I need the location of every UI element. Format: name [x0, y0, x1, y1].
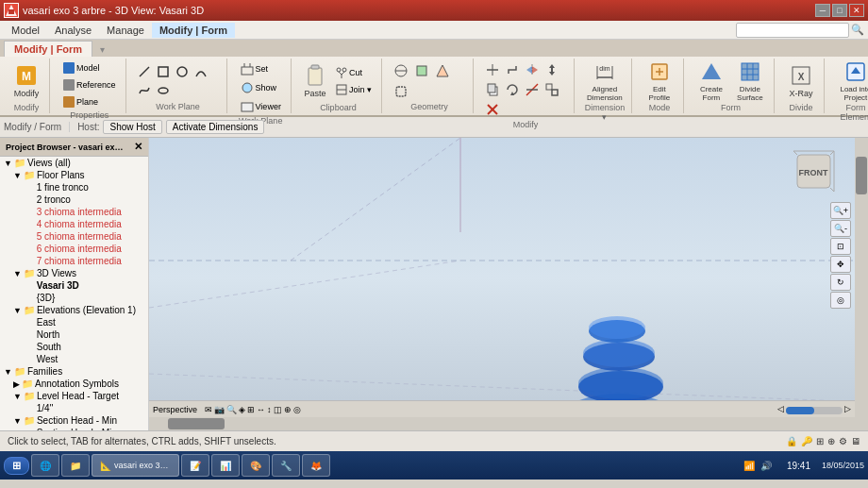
vp-icon-5[interactable]: ⊞: [247, 405, 255, 414]
taskbar-app7[interactable]: 🔧: [272, 454, 300, 477]
menu-manage[interactable]: Manage: [99, 23, 152, 38]
vp-icon-4[interactable]: ◈: [239, 405, 245, 414]
close-button[interactable]: ✕: [849, 4, 864, 17]
taskbar-excel[interactable]: 📊: [211, 454, 240, 477]
taskbar-notepad[interactable]: 📝: [181, 454, 209, 477]
tree-item[interactable]: ▶ 3 chioma intermedia: [0, 206, 148, 218]
ribbon-button-viewer[interactable]: Viewer: [237, 98, 285, 115]
tree-item[interactable]: ▶ East: [0, 316, 148, 328]
viewport-scrollbar-bottom[interactable]: [149, 417, 855, 430]
navcube[interactable]: FRONT: [788, 145, 840, 197]
vp-slider[interactable]: [786, 407, 843, 414]
ribbon-tab-options[interactable]: ▾: [94, 42, 110, 57]
start-button[interactable]: ⊞: [4, 457, 29, 475]
draw-tool-arc[interactable]: [192, 63, 209, 80]
tree-item[interactable]: ▼📁Floor Plans: [0, 169, 148, 181]
tree-item[interactable]: ▶ Section Head - Min: [0, 427, 148, 430]
mod-btn-rotate[interactable]: [503, 80, 522, 99]
draw-tool-rect[interactable]: [155, 63, 172, 80]
scrollbar-thumb-bottom[interactable]: [168, 418, 225, 429]
status-icon-settings[interactable]: ⚙: [839, 436, 847, 446]
vp-icon-8[interactable]: ◫: [274, 405, 282, 414]
tree-item[interactable]: ▶📁Annotation Symbols: [0, 378, 148, 390]
tree-item[interactable]: ▼📁Level Head - Target: [0, 390, 148, 402]
ribbon-button-model[interactable]: Model: [59, 60, 120, 76]
tree-item[interactable]: ▶ 5 chioma intermedia: [0, 230, 148, 243]
viewport-scrollbar-right[interactable]: [855, 138, 868, 430]
mod-btn-move[interactable]: [542, 60, 561, 79]
draw-tool-ellipse[interactable]: [155, 82, 172, 99]
tree-item[interactable]: ▼📁Elevations (Elevation 1): [0, 304, 148, 316]
maximize-button[interactable]: □: [832, 4, 847, 17]
draw-tool-spline[interactable]: [136, 82, 153, 99]
geo-btn-2[interactable]: [412, 61, 431, 80]
mod-btn-scale[interactable]: [542, 80, 561, 99]
ribbon-button-divide-surface[interactable]: DivideSurface: [732, 60, 768, 102]
ribbon-tab-modify-form[interactable]: Modify | Form: [4, 41, 92, 57]
scrollbar-thumb-right[interactable]: [856, 157, 867, 194]
tree-item[interactable]: ▶ Vasari 3D: [0, 279, 148, 292]
ribbon-button-create-form[interactable]: CreateForm: [693, 60, 729, 102]
geo-btn-4[interactable]: [392, 82, 410, 101]
tree-item[interactable]: ▼📁Families: [0, 365, 148, 378]
vp-orbit[interactable]: ↻: [830, 274, 851, 291]
tree-item[interactable]: ▶ {3D}: [0, 292, 148, 304]
vp-zoom-out[interactable]: 🔍-: [830, 220, 851, 237]
draw-tool-circle[interactable]: [174, 63, 191, 80]
menu-analyse[interactable]: Analyse: [47, 23, 99, 38]
ribbon-button-xray[interactable]: X X-Ray: [784, 60, 818, 102]
viewport[interactable]: FRONT 🔍+ 🔍- ⊡ ✥ ↻ ◎: [149, 138, 868, 430]
taskbar-ie[interactable]: 🌐: [31, 454, 59, 477]
taskbar-paint[interactable]: 🎨: [242, 454, 270, 477]
ribbon-button-show[interactable]: Show: [237, 79, 285, 96]
taskbar-explorer[interactable]: 📁: [61, 454, 90, 477]
ribbon-button-edit-profile[interactable]: EditProfile: [642, 60, 677, 102]
tree-item[interactable]: ▶ 1/4": [0, 402, 148, 414]
mod-btn-trim[interactable]: [523, 80, 542, 99]
menu-modify-form[interactable]: Modify | Form: [152, 23, 235, 38]
vp-icon-2[interactable]: 📷: [214, 405, 225, 414]
mod-btn-copy[interactable]: [483, 80, 502, 99]
activate-dimensions-button[interactable]: Activate Dimensions: [166, 120, 265, 134]
vp-icon-9[interactable]: ⊕: [284, 405, 292, 414]
tree-item[interactable]: ▶ 2 tronco: [0, 194, 148, 206]
vp-icon-1[interactable]: ✉: [205, 405, 212, 414]
taskbar-vasari[interactable]: 📐 vasari exo 3 arbre...: [92, 454, 179, 477]
tree-item[interactable]: ▶ 6 chioma intermedia: [0, 243, 148, 255]
vp-zoom-fit[interactable]: ⊡: [830, 238, 851, 255]
tree-item[interactable]: ▶ South: [0, 341, 148, 353]
mod-btn-offset[interactable]: [503, 60, 522, 79]
minimize-button[interactable]: ─: [815, 4, 830, 17]
ribbon-button-paste[interactable]: Paste: [301, 60, 329, 102]
vp-icon-7[interactable]: ↕: [267, 405, 272, 414]
tree-item[interactable]: ▶ North: [0, 328, 148, 341]
draw-tool-line[interactable]: [136, 63, 153, 80]
taskbar-app8[interactable]: 🦊: [302, 454, 330, 477]
tree-item[interactable]: ▶ 4 chioma intermedia: [0, 218, 148, 230]
vp-icon-10[interactable]: ◎: [293, 405, 301, 414]
ribbon-button-set[interactable]: Set: [237, 60, 285, 77]
mod-btn-delete[interactable]: [483, 100, 502, 119]
ribbon-button-modify[interactable]: M Modify: [9, 60, 43, 102]
geo-btn-3[interactable]: [433, 61, 452, 80]
menu-model[interactable]: Model: [4, 23, 47, 38]
ribbon-button-join[interactable]: Join ▾: [332, 82, 376, 97]
tree-item[interactable]: ▼📁Views (all): [0, 157, 148, 169]
tree-item[interactable]: ▼📁Section Head - Min: [0, 414, 148, 427]
ribbon-button-cut[interactable]: Cut: [332, 65, 376, 80]
mod-btn-align[interactable]: [483, 60, 502, 79]
vp-look[interactable]: ◎: [830, 292, 851, 309]
tree-item[interactable]: ▶ 7 chioma intermedia: [0, 255, 148, 267]
geo-btn-1[interactable]: [392, 61, 410, 80]
ribbon-button-load-into-project[interactable]: Load intoProject: [834, 60, 868, 102]
tree-item[interactable]: ▶ West: [0, 353, 148, 365]
vp-zoom-in[interactable]: 🔍+: [830, 202, 851, 219]
ribbon-button-plane[interactable]: Plane: [59, 94, 120, 109]
vp-pan[interactable]: ✥: [830, 256, 851, 273]
vp-icon-6[interactable]: ↔: [257, 405, 265, 414]
show-host-button[interactable]: Show Host: [103, 120, 161, 134]
title-controls[interactable]: ─ □ ✕: [815, 4, 864, 17]
ribbon-button-reference[interactable]: Reference: [59, 77, 120, 93]
ribbon-button-aligned-dimension[interactable]: dim AlignedDimension: [584, 60, 626, 102]
vp-icon-3[interactable]: 🔍: [226, 405, 237, 414]
